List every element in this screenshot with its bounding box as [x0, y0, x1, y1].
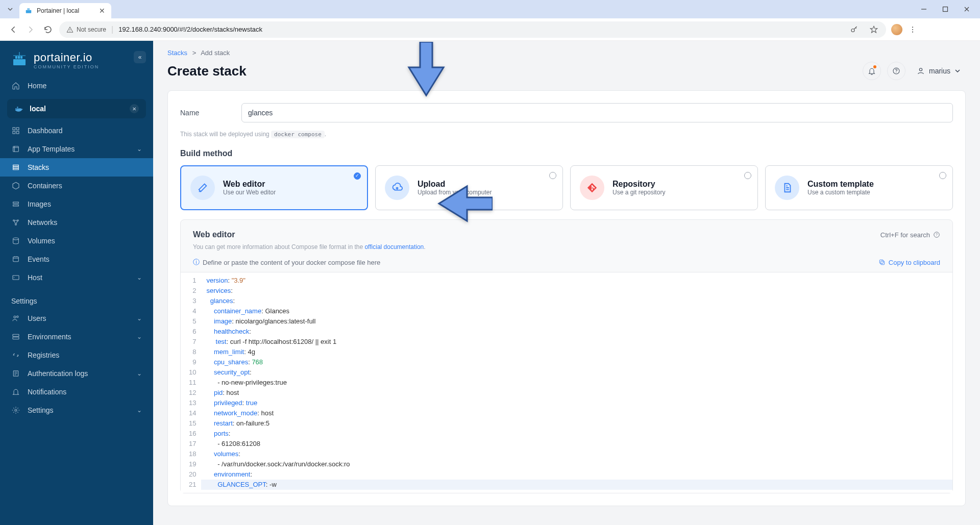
- sidebar-item-containers[interactable]: Containers: [0, 177, 153, 195]
- sidebar: portainer.io COMMUNITY EDITION « Home lo…: [0, 41, 153, 525]
- window-close-icon[interactable]: [962, 4, 972, 14]
- help-circle-icon[interactable]: ?: [933, 231, 940, 238]
- settings-item-users[interactable]: Users⌄: [0, 309, 153, 328]
- sidebar-item-dashboard[interactable]: Dashboard: [0, 121, 153, 140]
- editor-search-hint: Ctrl+F for search ?: [880, 231, 940, 239]
- sidebar-item-events[interactable]: Events: [0, 250, 153, 268]
- svg-point-37: [17, 316, 18, 317]
- user-name: marius: [929, 67, 950, 75]
- svg-rect-53: [879, 260, 883, 263]
- settings-icon: [11, 333, 20, 341]
- tab-search-dropdown[interactable]: [4, 3, 16, 15]
- not-secure-label: Not secure: [77, 26, 106, 33]
- sidebar-item-home[interactable]: Home: [0, 77, 153, 95]
- settings-item-notifications[interactable]: Notifications: [0, 383, 153, 401]
- sidebar-item-images[interactable]: Images: [0, 195, 153, 213]
- svg-point-36: [14, 316, 16, 318]
- sidebar-item-networks[interactable]: Networks: [0, 213, 153, 232]
- browser-titlebar: Portainer | local ✕: [0, 0, 980, 18]
- chevron-down-icon: ⌄: [137, 274, 142, 281]
- environment-selector[interactable]: local ✕: [7, 99, 146, 118]
- sidebar-item-label: Host: [28, 273, 42, 282]
- nav-back-icon[interactable]: [7, 23, 19, 36]
- svg-rect-39: [13, 337, 19, 339]
- sidebar-item-label: Containers: [28, 182, 62, 190]
- nav-icon: [11, 145, 20, 153]
- user-menu[interactable]: marius: [912, 64, 966, 78]
- sidebar-item-label: Authentication logs: [28, 369, 88, 378]
- stack-name-input[interactable]: [241, 103, 953, 122]
- build-method-title: Build method: [180, 149, 953, 158]
- sidebar-item-host[interactable]: Host⌄: [0, 268, 153, 287]
- nav-icon: [11, 127, 20, 135]
- build-method-repository[interactable]: RepositoryUse a git repository: [570, 165, 758, 210]
- settings-item-environments[interactable]: Environments⌄: [0, 328, 153, 346]
- settings-item-authentication-logs[interactable]: Authentication logs⌄: [0, 364, 153, 383]
- method-title: Web editor: [223, 180, 276, 189]
- settings-icon: [11, 388, 20, 396]
- web-editor-panel: Web editor Ctrl+F for search ? You can g…: [180, 219, 953, 493]
- window-maximize-icon[interactable]: [940, 4, 950, 14]
- window-minimize-icon[interactable]: [919, 4, 929, 14]
- method-title: Custom template: [807, 180, 874, 189]
- svg-rect-18: [17, 107, 18, 108]
- settings-item-registries[interactable]: Registries: [0, 346, 153, 364]
- brand-logo[interactable]: portainer.io COMMUNITY EDITION «: [0, 48, 153, 77]
- svg-rect-22: [16, 131, 19, 134]
- code-content[interactable]: version: "3.9"services: glances: contain…: [201, 272, 952, 493]
- bookmark-star-icon[interactable]: [869, 24, 879, 35]
- nav-forward-icon[interactable]: [24, 23, 37, 36]
- profile-avatar[interactable]: [891, 24, 902, 35]
- settings-item-settings[interactable]: Settings⌄: [0, 401, 153, 419]
- sidebar-item-app-templates[interactable]: App Templates⌄: [0, 140, 153, 158]
- method-icon: [775, 176, 799, 200]
- svg-rect-1: [28, 8, 29, 10]
- method-title: Repository: [612, 180, 665, 189]
- nav-reload-icon[interactable]: [42, 23, 54, 36]
- name-label: Name: [180, 109, 221, 117]
- radio-indicator: [549, 172, 556, 179]
- svg-rect-20: [16, 128, 19, 130]
- svg-rect-14: [20, 56, 22, 59]
- build-method-web-editor[interactable]: Web editorUse our Web editor: [180, 165, 368, 210]
- nav-icon: [11, 273, 20, 282]
- docs-link[interactable]: official documentation: [364, 243, 424, 251]
- sidebar-item-volumes[interactable]: Volumes: [0, 232, 153, 250]
- line-number-gutter: 123456789101112131415161718192021: [181, 272, 201, 493]
- radio-indicator: [939, 172, 946, 179]
- sidebar-collapse-button[interactable]: «: [134, 51, 146, 63]
- settings-icon: [11, 406, 20, 414]
- code-editor[interactable]: 123456789101112131415161718192021 versio…: [181, 272, 952, 493]
- sidebar-item-label: Notifications: [28, 388, 66, 396]
- info-icon: ⓘ: [193, 258, 200, 267]
- environment-close-icon[interactable]: ✕: [130, 104, 139, 113]
- sidebar-item-label: Users: [28, 314, 46, 322]
- svg-rect-27: [13, 202, 19, 204]
- svg-rect-28: [13, 205, 19, 206]
- tab-close-icon[interactable]: ✕: [98, 7, 106, 15]
- help-icon[interactable]: [887, 62, 905, 80]
- build-method-custom-template[interactable]: Custom templateUse a custom template: [765, 165, 953, 210]
- page-title: Create stack: [167, 63, 247, 79]
- svg-point-6: [69, 31, 70, 31]
- docker-whale-icon: [14, 104, 23, 113]
- portainer-logo-icon: [11, 51, 28, 69]
- sidebar-item-label: Dashboard: [28, 127, 63, 135]
- address-bar[interactable]: Not secure | 192.168.0.240:9000/#!/2/doc…: [59, 21, 886, 38]
- password-key-icon[interactable]: [849, 24, 860, 35]
- copy-to-clipboard-button[interactable]: Copy to clipboard: [878, 259, 940, 266]
- radio-indicator: [744, 172, 751, 179]
- svg-point-31: [15, 224, 17, 226]
- browser-tab[interactable]: Portainer | local ✕: [19, 3, 111, 18]
- breadcrumb-root-link[interactable]: Stacks: [167, 49, 187, 57]
- notifications-bell-icon[interactable]: [863, 62, 881, 80]
- svg-rect-38: [13, 334, 19, 336]
- sidebar-item-stacks[interactable]: Stacks: [0, 158, 153, 177]
- svg-rect-26: [13, 168, 19, 170]
- svg-rect-13: [18, 56, 20, 59]
- settings-icon: [11, 314, 20, 322]
- not-secure-badge[interactable]: Not secure: [66, 26, 106, 33]
- sidebar-item-label: Events: [28, 255, 50, 263]
- svg-rect-23: [13, 146, 19, 152]
- browser-menu-icon[interactable]: [908, 24, 918, 35]
